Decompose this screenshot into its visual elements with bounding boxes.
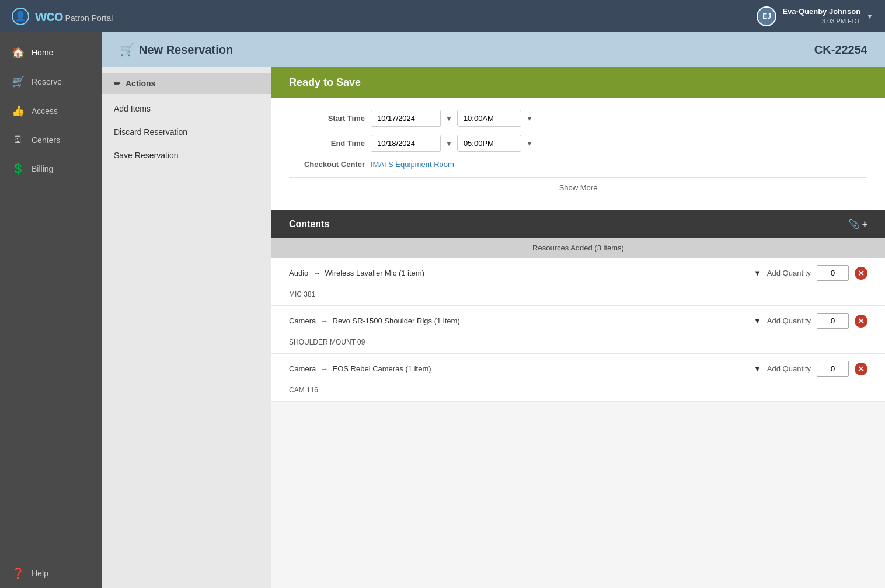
- resource-sub-label-1: MIC 381: [289, 290, 315, 298]
- main-layout: 🏠 Home 🛒 Reserve 👍 Access 🗓 Centers 💲 Bi…: [0, 32, 885, 588]
- sidebar-label-help: Help: [32, 569, 48, 578]
- resource-dropdown-1[interactable]: ▼: [754, 269, 761, 277]
- save-reservation-button[interactable]: Save Reservation: [102, 144, 271, 167]
- arrow-icon-3: →: [320, 364, 330, 373]
- remove-button-1[interactable]: ✕: [855, 267, 867, 280]
- checkout-center-row: Checkout Center IMATS Equipment Room: [289, 160, 867, 169]
- start-time-label: Start Time: [289, 114, 365, 123]
- left-panel: Actions Add Items Discard Reservation Sa…: [102, 67, 271, 588]
- resource-main-3: Camera → EOS Rebel Cameras (1 item) ▼ Ad…: [271, 354, 885, 384]
- resource-main-2: Camera → Revo SR-1500 Shoulder Rigs (1 i…: [271, 306, 885, 336]
- help-icon: ❓: [12, 567, 25, 580]
- content-area: 🛒 New Reservation CK-22254 Actions Add I…: [102, 32, 885, 588]
- contents-label: Contents: [289, 219, 329, 229]
- sidebar-label-billing: Billing: [32, 164, 53, 173]
- contents-header: Contents 📎 +: [271, 210, 885, 238]
- centers-icon: 🗓: [12, 134, 25, 146]
- checkout-center-link[interactable]: IMATS Equipment Room: [371, 160, 454, 169]
- start-time-row: Start Time ▼ ▼: [289, 110, 867, 127]
- ready-to-save-banner: Ready to Save: [271, 67, 885, 98]
- sidebar-item-centers[interactable]: 🗓 Centers: [0, 126, 102, 154]
- checkout-center-label: Checkout Center: [289, 160, 365, 169]
- home-icon: 🏠: [12, 46, 25, 59]
- add-items-button[interactable]: Add Items: [102, 97, 271, 120]
- resource-item-1: Audio → Wireless Lavalier Mic (1 item) ▼…: [271, 258, 885, 306]
- remove-button-3[interactable]: ✕: [855, 363, 867, 375]
- logo: wco Patron Portal: [35, 7, 113, 25]
- sidebar-item-home[interactable]: 🏠 Home: [0, 38, 102, 67]
- resource-name-1: Wireless Lavalier Mic: [325, 269, 397, 277]
- resource-sub-1: MIC 381: [271, 288, 885, 305]
- logo-wco: wco: [35, 7, 63, 25]
- attach-button[interactable]: 📎 +: [848, 218, 867, 229]
- right-panel: Ready to Save Start Time ▼ ▼ En: [271, 67, 885, 588]
- user-area[interactable]: EJ Eva-Quenby Johnson 3:03 PM EDT ▼: [757, 6, 873, 26]
- sidebar-item-reserve[interactable]: 🛒 Reserve: [0, 67, 102, 96]
- show-more-button[interactable]: Show More: [289, 177, 867, 198]
- cart-icon: 🛒: [12, 75, 25, 88]
- start-time-inputs: ▼ ▼: [371, 110, 533, 127]
- resource-count-3: 1 item: [408, 364, 428, 373]
- resource-category-3: Camera: [289, 364, 316, 373]
- resource-item-2: Camera → Revo SR-1500 Shoulder Rigs (1 i…: [271, 306, 885, 354]
- resource-name-3: EOS Rebel Cameras: [333, 364, 403, 373]
- page-header: 🛒 New Reservation CK-22254: [102, 32, 885, 67]
- resource-name-2: Revo SR-1500 Shoulder Rigs: [333, 316, 433, 325]
- resource-sub-label-3: CAM 116: [289, 386, 318, 394]
- sidebar-item-help[interactable]: ❓ Help: [0, 559, 102, 588]
- resource-category-1: Audio: [289, 269, 308, 277]
- top-header: 👤 wco Patron Portal EJ Eva-Quenby Johnso…: [0, 0, 885, 32]
- page-title: 🛒 New Reservation: [120, 43, 233, 57]
- reservation-id: CK-22254: [814, 43, 867, 57]
- chevron-down-icon[interactable]: ▼: [866, 12, 873, 20]
- sidebar-label-access: Access: [32, 106, 58, 116]
- qty-input-3[interactable]: [817, 361, 849, 377]
- qty-input-2[interactable]: [817, 313, 849, 329]
- user-icon: 👤: [12, 8, 29, 25]
- start-date-arrow: ▼: [445, 114, 452, 123]
- add-qty-label-2: Add Quantity: [767, 316, 811, 325]
- discard-reservation-button[interactable]: Discard Reservation: [102, 120, 271, 144]
- avatar: EJ: [757, 6, 776, 26]
- end-time-inputs: ▼ ▼: [371, 135, 533, 152]
- user-full-name: Eva-Quenby Johnson: [782, 7, 860, 17]
- pencil-icon: [114, 79, 121, 88]
- resource-dropdown-2[interactable]: ▼: [754, 316, 761, 325]
- resource-label-3: Camera → EOS Rebel Cameras (1 item): [289, 364, 748, 373]
- arrow-icon-1: →: [313, 269, 323, 277]
- end-time-input[interactable]: [457, 135, 521, 152]
- end-time-arrow: ▼: [526, 140, 533, 148]
- qty-input-1[interactable]: [817, 265, 849, 281]
- add-qty-label-1: Add Quantity: [767, 269, 811, 277]
- actions-header: Actions: [102, 73, 271, 94]
- sidebar-item-access[interactable]: 👍 Access: [0, 96, 102, 126]
- start-time-input[interactable]: [457, 110, 521, 127]
- sidebar-item-billing[interactable]: 💲 Billing: [0, 154, 102, 183]
- remove-button-2[interactable]: ✕: [855, 315, 867, 328]
- new-reservation-title: New Reservation: [139, 43, 233, 57]
- end-time-row: End Time ▼ ▼: [289, 135, 867, 152]
- cart-header-icon: 🛒: [120, 43, 134, 57]
- start-time-arrow: ▼: [526, 114, 533, 123]
- resource-count-2: 1 item: [437, 316, 457, 325]
- resource-count-1: 1 item: [401, 269, 421, 277]
- sidebar: 🏠 Home 🛒 Reserve 👍 Access 🗓 Centers 💲 Bi…: [0, 32, 102, 588]
- resource-label-2: Camera → Revo SR-1500 Shoulder Rigs (1 i…: [289, 316, 748, 325]
- end-date-input[interactable]: [371, 135, 441, 152]
- logo-patron-portal: Patron Portal: [65, 13, 113, 23]
- end-time-label: End Time: [289, 139, 365, 148]
- sidebar-label-reserve: Reserve: [32, 77, 62, 86]
- ready-to-save-text: Ready to Save: [289, 76, 361, 88]
- actions-label: Actions: [126, 79, 155, 88]
- start-date-input[interactable]: [371, 110, 441, 127]
- resource-item-3: Camera → EOS Rebel Cameras (1 item) ▼ Ad…: [271, 354, 885, 402]
- resource-dropdown-3[interactable]: ▼: [754, 364, 761, 373]
- resource-sub-3: CAM 116: [271, 384, 885, 401]
- user-name-block: Eva-Quenby Johnson 3:03 PM EDT: [782, 7, 860, 25]
- attach-plus-label: +: [862, 219, 867, 229]
- resources-count-label: Resources Added (3 items): [532, 243, 624, 252]
- sidebar-label-centers: Centers: [32, 135, 60, 145]
- resource-category-2: Camera: [289, 316, 316, 325]
- resource-sub-2: SHOULDER MOUNT 09: [271, 336, 885, 353]
- resource-main-1: Audio → Wireless Lavalier Mic (1 item) ▼…: [271, 258, 885, 288]
